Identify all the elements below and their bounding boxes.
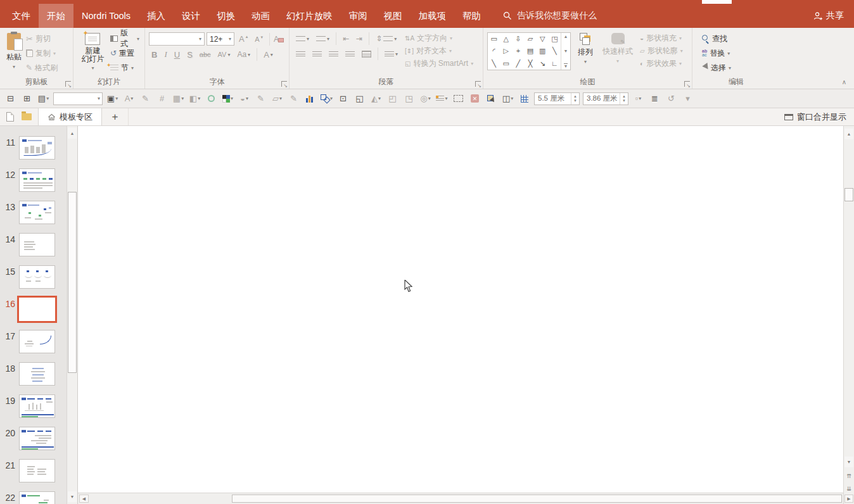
shape-effects-button[interactable]: ◐ 形状效果▾ [638, 58, 685, 70]
gallery-down-icon[interactable]: ▼ [564, 49, 568, 53]
align-center-button[interactable] [310, 50, 324, 58]
collapse-ribbon-icon[interactable]: ∧ [842, 79, 846, 85]
font-color-button[interactable]: A▾ [261, 49, 276, 60]
bullets-button[interactable]: ▾ [293, 35, 312, 43]
share-button[interactable]: 共享 [813, 10, 854, 22]
change-case-button[interactable]: Aa▾ [234, 49, 253, 60]
picture-reset-icon[interactable]: ↺ [665, 91, 678, 106]
picture-layout-icon[interactable]: ◧▾ [188, 91, 201, 106]
gallery-more-icon[interactable]: ▼ [564, 63, 568, 68]
char-spacing-button[interactable]: AV▾ [215, 50, 233, 59]
previous-slide-button[interactable]: ⇈ [844, 470, 853, 481]
decrease-font-button[interactable]: A▾ [252, 35, 265, 44]
color-scheme-icon[interactable]: ▾ [221, 91, 234, 106]
slide-thumbnail-19[interactable] [19, 394, 55, 418]
shape-cell-icon[interactable]: ╳ [528, 60, 533, 67]
paragraph-dialog-launcher[interactable] [475, 81, 481, 87]
vertical-scrollbar[interactable]: ▲ ▼ ⇈ ⇊ ▶ [843, 126, 854, 504]
line-spacing-button[interactable]: ⇕▾ [373, 33, 399, 44]
circle-shape-icon[interactable] [205, 91, 218, 106]
menu-tab-view[interactable]: 视图 [376, 4, 411, 28]
justify-button[interactable] [343, 50, 357, 58]
menu-tab-slideshow[interactable]: 幻灯片放映 [278, 4, 341, 28]
align-right-button[interactable] [326, 50, 341, 58]
shape-cell-icon[interactable]: ╱ [516, 60, 521, 67]
shape-insert-icon[interactable]: ▾ [320, 91, 333, 106]
slide-thumbnail-17[interactable] [19, 330, 55, 353]
new-slide-button[interactable]: 新建 幻灯片 ▾ [77, 31, 108, 77]
signin-button[interactable] [702, 0, 732, 4]
select-object-icon[interactable] [485, 91, 498, 106]
shape-cell-icon[interactable]: ⇩ [515, 35, 521, 42]
shape-cell-icon[interactable]: ▱ [528, 35, 533, 42]
gallery-up-icon[interactable]: ▲ [564, 34, 568, 39]
slide-thumbnail-16[interactable] [19, 298, 55, 321]
group-icon[interactable]: ◱ [353, 91, 366, 106]
slide-thumbnail-14[interactable] [19, 233, 55, 256]
convert-smartart-button[interactable]: ◱ 转换为 SmartArt▾ [403, 58, 475, 70]
outline-color-icon[interactable]: ▱▾ [271, 91, 284, 106]
section-button[interactable]: 节 ▾ [108, 61, 141, 74]
quick-styles-button[interactable]: 快速样式 ▾ [600, 31, 635, 77]
shape-cell-icon[interactable]: △ [504, 35, 509, 42]
slide-thumbnail-20[interactable] [19, 427, 55, 450]
next-slide-button[interactable]: ⇊ [844, 483, 853, 494]
reset-button[interactable]: ↺ 重置 [108, 47, 141, 60]
outline-eyedropper-icon[interactable]: ✎ [287, 91, 300, 106]
slide-thumbnail-22[interactable] [19, 491, 55, 504]
width-spinner[interactable]: 5.5 厘米▲▼ [534, 92, 580, 105]
copy-button[interactable]: 复制 ▾ [24, 47, 60, 60]
slide-canvas[interactable] [78, 126, 843, 493]
increase-font-button[interactable]: A▴ [236, 34, 250, 44]
menu-tab-transitions[interactable]: 切换 [208, 4, 243, 28]
send-back-icon[interactable]: ◳ [402, 91, 416, 106]
new-presentation-icon[interactable] [6, 112, 14, 122]
fill-color-icon[interactable]: ◒▾ [238, 91, 251, 106]
columns-button[interactable]: ▾ [382, 50, 400, 58]
text-shadow-button[interactable]: S [184, 49, 195, 60]
menu-tab-help[interactable]: 帮助 [454, 4, 489, 28]
scroll-left-icon[interactable]: ◀ [79, 495, 89, 503]
shape-cell-icon[interactable]: ▭ [503, 60, 509, 67]
shape-cell-icon[interactable]: ▷ [504, 47, 509, 54]
increase-indent-button[interactable]: ⇥ [354, 33, 365, 44]
shape-cell-icon[interactable]: ↘ [540, 60, 545, 67]
shape-cell-icon[interactable]: ∟ [551, 60, 558, 67]
slide-thumbnail-12[interactable] [19, 168, 55, 192]
shape-outline-button[interactable]: ▱ 形状轮廓▾ [638, 45, 685, 57]
shape-cell-icon[interactable]: ◜ [492, 47, 495, 54]
slide-thumbnail-11[interactable] [19, 136, 55, 160]
clear-formatting-button[interactable]: A [274, 35, 284, 44]
underline-button[interactable]: U [172, 49, 182, 60]
drawing-dialog-launcher[interactable] [684, 81, 690, 87]
shape-fill-button[interactable]: ◒ 形状填充▾ [638, 32, 685, 44]
distribute-objects-icon[interactable]: ⊞ [20, 91, 34, 106]
select-button[interactable]: 选择▾ [700, 61, 733, 74]
shape-cell-icon[interactable]: ╲ [552, 47, 557, 54]
shape-cell-icon[interactable]: ▭ [490, 35, 497, 42]
scroll-down-icon[interactable]: ▼ [844, 457, 853, 467]
shape-cell-icon[interactable]: + [516, 47, 520, 54]
slide-thumbnail-21[interactable] [19, 459, 55, 482]
strikethrough-button[interactable]: abc [197, 50, 213, 59]
slide-thumbnail-13[interactable] [19, 201, 55, 224]
layout-button[interactable]: 版式 ▾ [108, 32, 141, 45]
text-direction-button[interactable]: ⇅A 文字方向▾ [403, 32, 475, 44]
grid-icon[interactable] [518, 91, 531, 106]
scroll-down-icon[interactable]: ▼ [68, 491, 77, 502]
numbering-button[interactable]: ▾ [314, 35, 332, 43]
scroll-up-icon[interactable]: ▲ [68, 128, 77, 139]
align-indent-icon[interactable]: ≣ [648, 91, 661, 106]
scroll-up-icon[interactable]: ▲ [844, 129, 853, 139]
slide-thumbnail-18[interactable] [19, 362, 55, 386]
rotate-flip-icon[interactable]: ◭▾ [369, 91, 383, 106]
menu-tab-nordri-tools[interactable]: Nordri Tools [73, 4, 139, 28]
window-merge-toggle[interactable]: 窗口合并显示 [784, 108, 854, 125]
shape-cell-icon[interactable]: ▥ [539, 47, 545, 54]
more-tools-icon[interactable]: ▾ [681, 91, 694, 106]
align-left-button[interactable] [293, 50, 308, 58]
menu-tab-design[interactable]: 设计 [174, 4, 208, 28]
crop-icon[interactable]: ⊡ [336, 91, 350, 106]
tell-me-search[interactable]: 告诉我你想要做什么 [503, 10, 597, 22]
decrease-indent-button[interactable]: ⇤ [340, 33, 352, 44]
